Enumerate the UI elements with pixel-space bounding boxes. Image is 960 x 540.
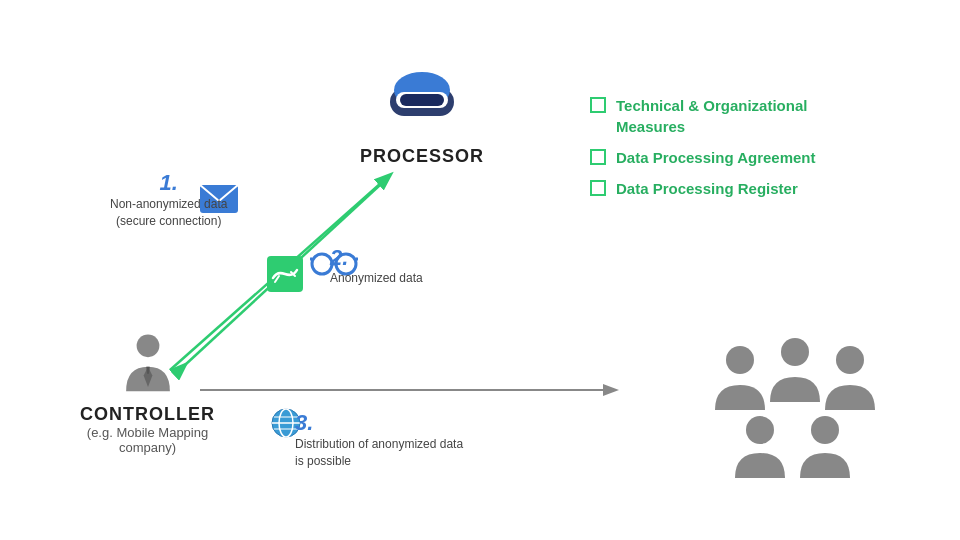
handshake-icon — [267, 256, 303, 296]
step-3: 3. Distribution of anonymized datais pos… — [295, 410, 463, 470]
controller-section: CONTROLLER (e.g. Mobile Mappingcompany) — [80, 330, 215, 455]
processor-icon — [382, 60, 462, 140]
svg-point-13 — [746, 416, 774, 444]
checkbox-1 — [590, 97, 606, 113]
step-3-number: 3. — [295, 410, 313, 435]
step-1-text: Non-anonymized data(secure connection) — [110, 196, 227, 230]
check-label-3: Data Processing Register — [616, 178, 798, 199]
svg-line-19 — [310, 258, 312, 260]
subjects-section — [710, 330, 880, 494]
svg-point-7 — [136, 334, 159, 357]
checklist-item-1: Technical & OrganizationalMeasures — [590, 95, 816, 137]
data-subjects-icon — [710, 330, 880, 490]
svg-point-12 — [836, 346, 864, 374]
controller-sublabel: (e.g. Mobile Mappingcompany) — [87, 425, 208, 455]
controller-icon — [113, 330, 183, 400]
svg-point-16 — [312, 254, 332, 274]
svg-point-11 — [781, 338, 809, 366]
check-label-2: Data Processing Agreement — [616, 147, 816, 168]
checklist-item-2: Data Processing Agreement — [590, 147, 816, 168]
step-1-number: 1. — [160, 170, 178, 195]
processor-label: PROCESSOR — [360, 146, 484, 167]
svg-rect-6 — [400, 94, 444, 106]
checklist-item-3: Data Processing Register — [590, 178, 816, 199]
checkbox-3 — [590, 180, 606, 196]
checklist-section: Technical & OrganizationalMeasures Data … — [590, 95, 816, 209]
step-2: 2. Anonymized data — [330, 245, 423, 285]
svg-point-14 — [811, 416, 839, 444]
controller-label: CONTROLLER — [80, 404, 215, 425]
step-2-number: 2. — [330, 245, 348, 270]
diagram-container: PROCESSOR CONTROLLER (e.g. Mobile Mappin… — [0, 0, 960, 540]
step-2-text: Anonymized data — [330, 271, 423, 285]
processor-section: PROCESSOR — [360, 60, 484, 167]
step-1: 1. Non-anonymized data(secure connection… — [110, 170, 227, 230]
check-label-1: Technical & OrganizationalMeasures — [616, 95, 807, 137]
svg-point-10 — [726, 346, 754, 374]
step-3-text: Distribution of anonymized datais possib… — [295, 436, 463, 470]
checkbox-2 — [590, 149, 606, 165]
